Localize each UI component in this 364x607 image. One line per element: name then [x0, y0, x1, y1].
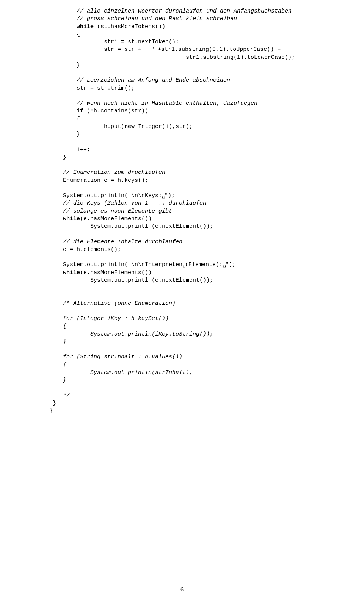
code-line: while(e.hasMoreElements()) [49, 215, 364, 223]
code-line: { [49, 115, 364, 123]
code-line: { [49, 31, 364, 38]
code-line: // alle einzelnen Woerter durchlaufen un… [49, 8, 364, 15]
code-line: System.out.println(iKey.toString()); [49, 331, 364, 338]
code-line: // Leerzeichen am Anfang und Ende abschn… [49, 77, 364, 84]
code-line: h.put(new Integer(i),str); [49, 123, 364, 131]
code-line: System.out.println(e.nextElement()); [49, 223, 364, 230]
code-line [49, 307, 364, 315]
code-line: e = h.elements(); [49, 246, 364, 254]
code-line: // die Keys (Zahlen von 1 - .. durchlauf… [49, 200, 364, 207]
code-line [49, 230, 364, 238]
code-line [49, 292, 364, 300]
code-line: // die Elemente Inhalte durchlaufen [49, 238, 364, 246]
code-line [49, 69, 364, 77]
code-line: // gross schreiben und den Rest klein sc… [49, 15, 364, 23]
code-line [49, 184, 364, 192]
code-line: } [49, 407, 364, 415]
code-line: } [49, 154, 364, 161]
code-line: // solange es noch Elemente gibt [49, 208, 364, 215]
code-line: { [49, 323, 364, 330]
code-line: str = str + "␣" +str1.substring(0,1).toU… [49, 46, 364, 54]
code-line: Enumeration e = h.keys(); [49, 177, 364, 184]
code-line: // Enumeration zum druchlaufen [49, 169, 364, 177]
code-line: System.out.println("\n\nKeys:␣"); [49, 192, 364, 200]
code-line: str = str.trim(); [49, 85, 364, 92]
code-line: */ [49, 392, 364, 400]
code-line [49, 92, 364, 100]
code-line: /* Alternative (ohne Enumeration) [49, 300, 364, 307]
code-line: i++; [49, 146, 364, 154]
code-line: System.out.println("\n\nInterpreten␣(Ele… [49, 261, 364, 269]
code-line: if (!h.contains(str)) [49, 107, 364, 115]
page: // alle einzelnen Woerter durchlaufen un… [0, 0, 364, 607]
code-line: } [49, 61, 364, 69]
code-line: // wenn noch nicht in Hashtable enthalte… [49, 100, 364, 107]
code-line: } [49, 131, 364, 138]
code-line: System.out.println(strInhalt); [49, 369, 364, 377]
code-line: } [49, 400, 364, 407]
code-line: for (Integer iKey : h.keySet()) [49, 315, 364, 323]
code-line [49, 161, 364, 169]
page-number: 6 [0, 585, 364, 594]
code-line: } [49, 377, 364, 384]
code-line: while (st.hasMoreTokens()) [49, 23, 364, 31]
code-line: str1.substring(1).toLowerCase(); [49, 54, 364, 61]
code-line: str1 = st.nextToken(); [49, 38, 364, 46]
code-line [49, 254, 364, 261]
code-line: for (String strInhalt : h.values()) [49, 353, 364, 361]
code-line [49, 284, 364, 292]
code-line: { [49, 361, 364, 369]
code-line: } [49, 338, 364, 346]
code-line: while(e.hasMoreElements()) [49, 269, 364, 277]
code-line [49, 346, 364, 353]
code-line [49, 384, 364, 392]
code-line: System.out.println(e.nextElement()); [49, 277, 364, 284]
code-block: // alle einzelnen Woerter durchlaufen un… [49, 8, 364, 415]
code-line [49, 138, 364, 146]
